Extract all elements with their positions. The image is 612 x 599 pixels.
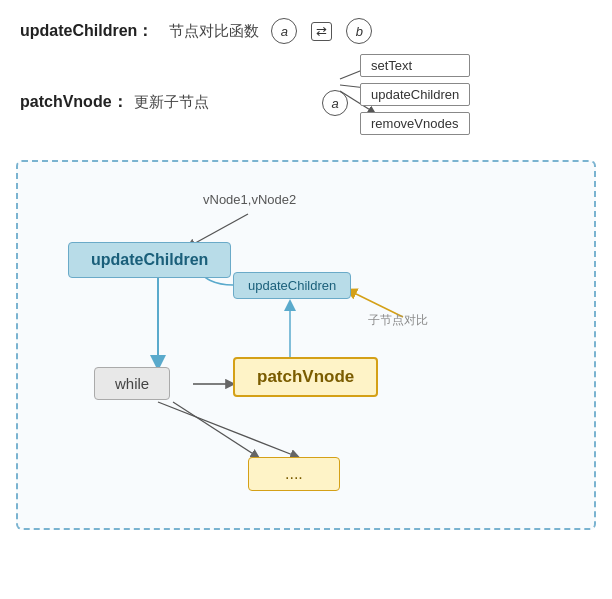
func-boxes: setText updateChildren removeVnodes [360, 54, 470, 135]
diagram-box: vNode1,vNode2 updateChildren while patch… [16, 160, 596, 530]
row1: updateChildren： 节点对比函数 a ⇄ b [20, 18, 592, 44]
top-section: updateChildren： 节点对比函数 a ⇄ b patchVnode：… [0, 0, 612, 152]
row2: patchVnode： 更新子节点 a setText updateChildr… [20, 62, 592, 142]
func-box-removevnodes: removeVnodes [360, 112, 470, 135]
circle-a2-icon: a [322, 90, 348, 116]
row2-left: patchVnode： 更新子节点 [20, 92, 209, 113]
circle-b-icon: b [346, 18, 372, 44]
func-box-settext: setText [360, 54, 470, 77]
diff-icon: ⇄ [311, 22, 332, 41]
node-while: while [94, 367, 170, 400]
svg-line-11 [158, 402, 298, 457]
circle-a-icon: a [271, 18, 297, 44]
row1-desc: 节点对比函数 [169, 22, 259, 41]
node-update-children-inner: updateChildren [233, 272, 351, 299]
func-box-updatechildren: updateChildren [360, 83, 470, 106]
row2-desc: 更新子节点 [134, 93, 209, 112]
label-zijiedian: 子节点对比 [368, 312, 428, 329]
vnode-label: vNode1,vNode2 [203, 192, 296, 207]
row1-label: updateChildren： [20, 21, 153, 42]
node-update-children-main: updateChildren [68, 242, 231, 278]
node-dots: .... [248, 457, 340, 491]
node-patch-vnode: patchVnode [233, 357, 378, 397]
svg-line-14 [173, 402, 258, 457]
row2-label: patchVnode： [20, 92, 128, 113]
